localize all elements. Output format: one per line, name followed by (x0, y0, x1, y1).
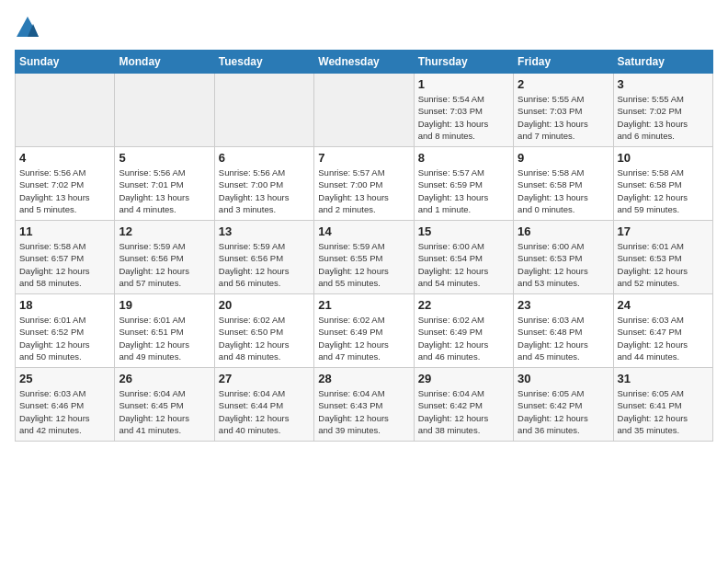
day-number: 4 (19, 151, 110, 165)
day-number: 19 (119, 298, 210, 312)
day-number: 10 (618, 151, 709, 165)
day-info: Sunrise: 6:02 AM Sunset: 6:50 PM Dayligh… (219, 314, 310, 362)
day-cell: 29Sunrise: 6:04 AM Sunset: 6:42 PM Dayli… (414, 368, 513, 442)
page-header (15, 15, 713, 40)
day-info: Sunrise: 5:59 AM Sunset: 6:55 PM Dayligh… (318, 240, 409, 289)
day-cell (16, 74, 115, 147)
header-cell-friday: Friday (514, 51, 613, 74)
day-info: Sunrise: 5:59 AM Sunset: 6:56 PM Dayligh… (119, 240, 210, 289)
day-info: Sunrise: 5:58 AM Sunset: 6:57 PM Dayligh… (19, 240, 110, 289)
day-number: 6 (219, 151, 310, 165)
day-number: 23 (518, 298, 609, 312)
day-number: 24 (618, 298, 709, 312)
day-info: Sunrise: 6:01 AM Sunset: 6:52 PM Dayligh… (19, 314, 110, 362)
day-number: 11 (19, 224, 110, 238)
day-number: 29 (418, 372, 509, 385)
day-number: 28 (318, 372, 409, 385)
day-cell: 5Sunrise: 5:56 AM Sunset: 7:01 PM Daylig… (115, 147, 214, 221)
day-number: 3 (618, 77, 709, 91)
day-info: Sunrise: 6:04 AM Sunset: 6:42 PM Dayligh… (418, 387, 509, 436)
header-cell-saturday: Saturday (613, 51, 712, 74)
calendar-header: SundayMondayTuesdayWednesdayThursdayFrid… (16, 51, 713, 74)
day-number: 15 (418, 224, 509, 238)
day-info: Sunrise: 5:56 AM Sunset: 7:01 PM Dayligh… (119, 167, 210, 215)
day-info: Sunrise: 5:57 AM Sunset: 6:59 PM Dayligh… (418, 167, 509, 215)
day-number: 21 (318, 298, 409, 312)
day-cell (314, 74, 414, 147)
day-number: 1 (418, 77, 509, 91)
day-info: Sunrise: 6:04 AM Sunset: 6:44 PM Dayligh… (219, 387, 310, 436)
day-info: Sunrise: 5:55 AM Sunset: 7:02 PM Dayligh… (618, 93, 709, 142)
day-info: Sunrise: 6:00 AM Sunset: 6:54 PM Dayligh… (418, 240, 509, 289)
calendar-body: 1Sunrise: 5:54 AM Sunset: 7:03 PM Daylig… (16, 74, 713, 442)
day-cell: 12Sunrise: 5:59 AM Sunset: 6:56 PM Dayli… (115, 221, 214, 294)
day-info: Sunrise: 6:05 AM Sunset: 6:42 PM Dayligh… (518, 387, 609, 436)
day-info: Sunrise: 5:54 AM Sunset: 7:03 PM Dayligh… (418, 93, 509, 142)
day-info: Sunrise: 6:00 AM Sunset: 6:53 PM Dayligh… (518, 240, 609, 289)
day-info: Sunrise: 6:03 AM Sunset: 6:47 PM Dayligh… (618, 314, 709, 362)
day-cell: 23Sunrise: 6:03 AM Sunset: 6:48 PM Dayli… (514, 294, 613, 368)
day-cell: 30Sunrise: 6:05 AM Sunset: 6:42 PM Dayli… (514, 368, 613, 442)
day-number: 14 (318, 224, 409, 238)
day-info: Sunrise: 6:01 AM Sunset: 6:53 PM Dayligh… (618, 240, 709, 289)
day-number: 30 (518, 372, 609, 385)
day-cell: 22Sunrise: 6:02 AM Sunset: 6:49 PM Dayli… (414, 294, 513, 368)
day-cell: 26Sunrise: 6:04 AM Sunset: 6:45 PM Dayli… (115, 368, 214, 442)
day-info: Sunrise: 6:03 AM Sunset: 6:48 PM Dayligh… (518, 314, 609, 362)
day-info: Sunrise: 6:04 AM Sunset: 6:43 PM Dayligh… (318, 387, 409, 436)
calendar-table: SundayMondayTuesdayWednesdayThursdayFrid… (15, 50, 713, 442)
day-info: Sunrise: 6:01 AM Sunset: 6:51 PM Dayligh… (119, 314, 210, 362)
header-cell-monday: Monday (115, 51, 214, 74)
day-info: Sunrise: 5:58 AM Sunset: 6:58 PM Dayligh… (618, 167, 709, 215)
day-cell: 28Sunrise: 6:04 AM Sunset: 6:43 PM Dayli… (314, 368, 414, 442)
day-number: 22 (418, 298, 509, 312)
day-number: 18 (19, 298, 110, 312)
day-cell: 14Sunrise: 5:59 AM Sunset: 6:55 PM Dayli… (314, 221, 414, 294)
day-number: 20 (219, 298, 310, 312)
week-row-2: 11Sunrise: 5:58 AM Sunset: 6:57 PM Dayli… (16, 221, 713, 294)
day-cell: 25Sunrise: 6:03 AM Sunset: 6:46 PM Dayli… (16, 368, 115, 442)
day-info: Sunrise: 6:04 AM Sunset: 6:45 PM Dayligh… (119, 387, 210, 436)
week-row-3: 18Sunrise: 6:01 AM Sunset: 6:52 PM Dayli… (16, 294, 713, 368)
day-cell: 21Sunrise: 6:02 AM Sunset: 6:49 PM Dayli… (314, 294, 414, 368)
day-number: 16 (518, 224, 609, 238)
day-cell: 13Sunrise: 5:59 AM Sunset: 6:56 PM Dayli… (214, 221, 313, 294)
week-row-4: 25Sunrise: 6:03 AM Sunset: 6:46 PM Dayli… (16, 368, 713, 442)
day-cell: 27Sunrise: 6:04 AM Sunset: 6:44 PM Dayli… (214, 368, 313, 442)
day-number: 31 (618, 372, 709, 385)
day-cell (214, 74, 313, 147)
day-info: Sunrise: 6:02 AM Sunset: 6:49 PM Dayligh… (318, 314, 409, 362)
day-cell: 1Sunrise: 5:54 AM Sunset: 7:03 PM Daylig… (414, 74, 513, 147)
day-cell: 16Sunrise: 6:00 AM Sunset: 6:53 PM Dayli… (514, 221, 613, 294)
week-row-1: 4Sunrise: 5:56 AM Sunset: 7:02 PM Daylig… (16, 147, 713, 221)
day-cell: 31Sunrise: 6:05 AM Sunset: 6:41 PM Dayli… (613, 368, 712, 442)
day-number: 9 (518, 151, 609, 165)
day-number: 17 (618, 224, 709, 238)
day-number: 26 (119, 372, 210, 385)
day-cell: 20Sunrise: 6:02 AM Sunset: 6:50 PM Dayli… (214, 294, 313, 368)
day-number: 25 (19, 372, 110, 385)
header-cell-tuesday: Tuesday (214, 51, 313, 74)
logo (15, 15, 44, 40)
day-number: 27 (219, 372, 310, 385)
day-info: Sunrise: 5:55 AM Sunset: 7:03 PM Dayligh… (518, 93, 609, 142)
day-cell: 9Sunrise: 5:58 AM Sunset: 6:58 PM Daylig… (514, 147, 613, 221)
day-info: Sunrise: 5:56 AM Sunset: 7:02 PM Dayligh… (19, 167, 110, 215)
day-cell (115, 74, 214, 147)
day-cell: 3Sunrise: 5:55 AM Sunset: 7:02 PM Daylig… (613, 74, 712, 147)
day-number: 5 (119, 151, 210, 165)
day-cell: 2Sunrise: 5:55 AM Sunset: 7:03 PM Daylig… (514, 74, 613, 147)
day-cell: 11Sunrise: 5:58 AM Sunset: 6:57 PM Dayli… (16, 221, 115, 294)
day-info: Sunrise: 6:03 AM Sunset: 6:46 PM Dayligh… (19, 387, 110, 436)
day-cell: 24Sunrise: 6:03 AM Sunset: 6:47 PM Dayli… (613, 294, 712, 368)
day-info: Sunrise: 5:57 AM Sunset: 7:00 PM Dayligh… (318, 167, 409, 215)
day-info: Sunrise: 5:56 AM Sunset: 7:00 PM Dayligh… (219, 167, 310, 215)
day-info: Sunrise: 5:58 AM Sunset: 6:58 PM Dayligh… (518, 167, 609, 215)
day-number: 7 (318, 151, 409, 165)
day-cell: 15Sunrise: 6:00 AM Sunset: 6:54 PM Dayli… (414, 221, 513, 294)
day-cell: 19Sunrise: 6:01 AM Sunset: 6:51 PM Dayli… (115, 294, 214, 368)
day-cell: 18Sunrise: 6:01 AM Sunset: 6:52 PM Dayli… (16, 294, 115, 368)
day-cell: 8Sunrise: 5:57 AM Sunset: 6:59 PM Daylig… (414, 147, 513, 221)
logo-icon (15, 15, 40, 40)
day-cell: 17Sunrise: 6:01 AM Sunset: 6:53 PM Dayli… (613, 221, 712, 294)
